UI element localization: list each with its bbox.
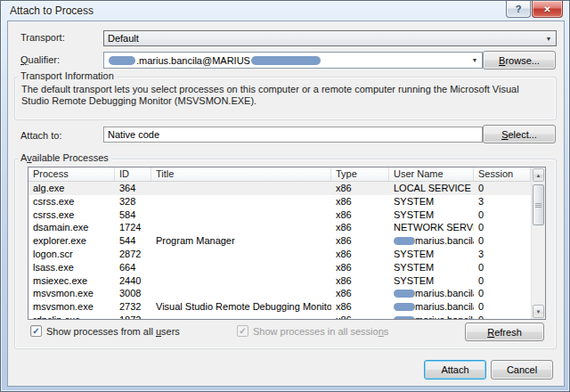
cell: msiexec.exe — [28, 274, 115, 288]
redaction-blob — [394, 316, 415, 319]
cell: explorer.exe — [28, 234, 115, 248]
cell: x86 — [331, 314, 389, 319]
user-name-cell: SYSTEM — [389, 208, 474, 222]
process-table: ProcessIDTitleTypeUser NameSession alg.e… — [28, 167, 546, 320]
user-name-cell: SYSTEM — [389, 248, 474, 261]
user-name-cell: SYSTEM — [389, 195, 474, 208]
process-row[interactable]: explorer.exe544Program Managerx86marius.… — [28, 234, 531, 248]
process-row[interactable]: msiexec.exe2440x86SYSTEM0 — [28, 274, 531, 288]
help-icon: ? — [516, 4, 522, 14]
user-name-cell: LOCAL SERVICE — [389, 182, 474, 195]
process-row[interactable]: lsass.exe664x86SYSTEM0 — [28, 261, 531, 274]
transport-dropdown[interactable]: Default ▼ — [103, 30, 557, 46]
attach-to-field[interactable]: Native code — [103, 127, 483, 143]
cell: x86 — [331, 182, 389, 195]
process-row[interactable]: csrss.exe328x86SYSTEM3 — [28, 195, 531, 208]
cell: 0 — [474, 274, 531, 288]
scroll-down-button[interactable]: ▼ — [533, 305, 544, 318]
scrollbar-thumb[interactable] — [533, 184, 544, 225]
vertical-scrollbar[interactable]: ▲ ▼ — [531, 167, 545, 319]
column-header-session[interactable]: Session — [474, 167, 531, 181]
cell: x86 — [331, 208, 389, 222]
process-row[interactable]: csrss.exe584x86SYSTEM0 — [28, 208, 531, 222]
refresh-button[interactable]: Refresh — [465, 323, 544, 341]
caption-buttons: ? ✕ — [506, 1, 563, 18]
cell: x86 — [331, 274, 389, 288]
select-button[interactable]: Select... — [483, 125, 556, 143]
cell: Visual Studio Remote Debugging Monitor — [151, 300, 331, 314]
transport-value: Default — [108, 33, 139, 44]
cell: 0 — [474, 234, 531, 248]
column-header-id[interactable]: ID — [115, 167, 151, 181]
window-title: Attach to Process — [10, 4, 94, 17]
cancel-button[interactable]: Cancel — [491, 360, 553, 380]
checkbox-label: Show processes from all users — [46, 326, 180, 337]
cell: 3 — [474, 248, 531, 261]
cell: x86 — [331, 221, 389, 234]
cell: logon.scr — [28, 248, 115, 261]
cell — [151, 208, 331, 222]
scroll-up-button[interactable]: ▲ — [533, 168, 544, 182]
show-all-users-checkbox[interactable]: ✓ Show processes from all users — [30, 325, 180, 337]
qualifier-value: .marius.bancila@MARIUS — [136, 55, 250, 66]
cell: msvsmon.exe — [28, 300, 115, 314]
browse-button[interactable]: Browse... — [483, 51, 556, 69]
triangle-up-icon: ▲ — [536, 173, 542, 178]
process-row[interactable]: dsamain.exe1724x86NETWORK SERVICE0 — [28, 221, 531, 234]
triangle-down-icon: ▼ — [536, 309, 542, 314]
cell: 0 — [474, 182, 531, 195]
process-row[interactable]: msvsmon.exe2732Visual Studio Remote Debu… — [28, 300, 531, 314]
process-row[interactable]: msvsmon.exe3008x86marius.bancila0 — [28, 287, 531, 300]
cell: 664 — [115, 261, 151, 274]
cell: 328 — [115, 195, 151, 208]
user-name-cell: NETWORK SERVICE — [389, 221, 474, 234]
column-header-user-name[interactable]: User Name — [389, 167, 474, 181]
close-icon: ✕ — [543, 4, 550, 14]
cell: 3 — [474, 195, 531, 208]
cell: x86 — [331, 287, 389, 300]
cell — [151, 195, 331, 208]
column-header-type[interactable]: Type — [331, 167, 389, 181]
cell: x86 — [331, 261, 389, 274]
show-all-sessions-checkbox: ✓ Show processes in all sessions — [237, 325, 388, 337]
user-name-cell: marius.bancila — [389, 287, 474, 300]
cell: lsass.exe — [28, 261, 115, 274]
qualifier-input[interactable]: .marius.bancila@MARIUS ▼ — [103, 52, 483, 69]
cell: x86 — [331, 195, 389, 208]
checkbox-label: Show processes in all sessions — [253, 326, 388, 337]
user-name-cell: marius.bancila — [389, 234, 474, 248]
process-table-content: ProcessIDTitleTypeUser NameSession alg.e… — [28, 167, 531, 319]
transport-label: Transport: — [20, 32, 65, 43]
cell: 544 — [115, 234, 151, 248]
cell — [151, 274, 331, 288]
cell: Program Manager — [151, 234, 331, 248]
cell: 584 — [115, 208, 151, 222]
process-row[interactable]: rdpclip.exe1872x86marius.bancila0 — [28, 314, 531, 319]
available-processes-title: Available Processes — [18, 152, 111, 163]
attach-button[interactable]: Attach — [424, 360, 486, 380]
checkbox-check-icon: ✓ — [30, 325, 42, 337]
user-name-cell: marius.bancila — [389, 314, 474, 319]
help-button[interactable]: ? — [506, 1, 531, 18]
cell — [151, 261, 331, 274]
cell — [151, 248, 331, 261]
scrollbar-track[interactable] — [532, 183, 545, 304]
redaction-blob — [394, 303, 415, 311]
redaction-blob — [251, 56, 321, 65]
grip-icon — [535, 203, 542, 208]
redaction-blob — [109, 56, 135, 65]
cell: csrss.exe — [28, 195, 115, 208]
cell — [151, 182, 331, 195]
cell: 0 — [474, 261, 531, 274]
cell: 3008 — [115, 287, 151, 300]
user-name-cell: marius.bancila — [389, 300, 474, 314]
column-header-process[interactable]: Process — [28, 167, 115, 181]
attach-to-label: Attach to: — [20, 130, 61, 141]
checkbox-check-icon: ✓ — [237, 325, 248, 337]
cell: csrss.exe — [28, 208, 115, 222]
titlebar[interactable]: Attach to Process ? ✕ — [1, 1, 569, 20]
process-row[interactable]: alg.exe364x86LOCAL SERVICE0 — [28, 182, 531, 195]
process-row[interactable]: logon.scr2872x86SYSTEM3 — [28, 248, 531, 261]
close-button[interactable]: ✕ — [532, 1, 563, 18]
column-header-title[interactable]: Title — [151, 167, 331, 181]
